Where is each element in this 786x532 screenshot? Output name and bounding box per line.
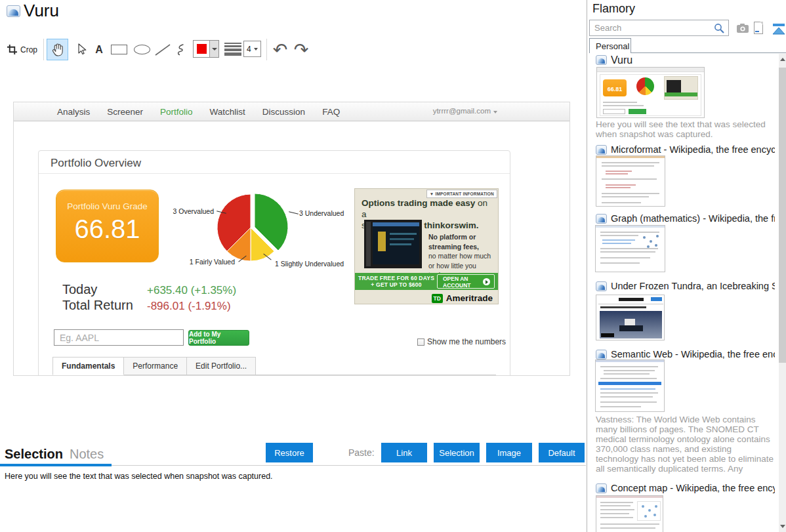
redo-button[interactable]: ↷ <box>291 39 311 60</box>
monitor-edge <box>366 222 371 266</box>
nav-item-analysis[interactable]: Analysis <box>57 107 90 117</box>
stroke-width-icon <box>224 45 241 47</box>
nav-item-screener[interactable]: Screener <box>107 107 143 117</box>
snapshot-icon <box>596 350 607 359</box>
snapshot-icon-dome <box>598 58 605 64</box>
camera-icon[interactable] <box>736 23 749 33</box>
tab-selection[interactable]: Selection <box>5 447 63 462</box>
tab-notes[interactable]: Notes <box>70 447 104 462</box>
annotation-toolbar: Crop A <box>0 18 587 43</box>
paste-selection-button[interactable]: Selection <box>434 443 480 462</box>
thumb-decoration <box>602 196 649 197</box>
scrollbar-up-button[interactable] <box>779 54 786 65</box>
nav-item-watchlist[interactable]: Watchlist <box>210 107 245 117</box>
ellipse-tool-button[interactable] <box>131 39 153 60</box>
ad-headline-bold: Options trading made easy <box>362 198 475 208</box>
thumb-decoration <box>629 109 646 114</box>
line-tool-button[interactable] <box>153 39 173 60</box>
thumb-decoration <box>598 304 663 304</box>
entry-title[interactable]: Concept map - Wikipedia, the free encycl… <box>611 483 775 493</box>
freehand-tool-button[interactable] <box>172 39 189 60</box>
add-to-portfolio-button[interactable]: Add to My Portfolio <box>188 330 249 346</box>
stroke-width-button[interactable] <box>224 43 241 57</box>
tab-personal[interactable]: Personal <box>589 38 631 53</box>
entry-title[interactable]: Microformat - Wikipedia, the free encycl… <box>611 144 775 155</box>
snapshot-icon <box>596 214 607 224</box>
entry-thumbnail[interactable] <box>596 155 665 207</box>
entry-thumbnail[interactable] <box>595 359 665 412</box>
search-icon[interactable] <box>714 23 725 34</box>
tab-fundamentals[interactable]: Fundamentals <box>52 357 124 375</box>
entry-thumbnail[interactable]: 66.81 <box>596 67 705 118</box>
nav-item-faq[interactable]: FAQ <box>322 107 340 117</box>
thumb-decoration <box>604 373 650 375</box>
color-picker[interactable] <box>193 40 219 58</box>
thumb-decoration <box>651 297 662 301</box>
nav-item-discussion[interactable]: Discussion <box>262 107 305 117</box>
td-ameritrade-ad[interactable]: ▼ IMPORTANT INFORMATION Options trading … <box>354 188 499 304</box>
account-menu[interactable]: ytrrrr@gmail.com <box>433 107 497 115</box>
account-caret-icon <box>493 111 497 113</box>
chevron-down-icon <box>212 48 217 51</box>
panel-title: Portfolio Overview <box>39 151 510 170</box>
open-account-button[interactable]: OPEN AN ACCOUNT <box>437 274 495 289</box>
snapshot-canvas[interactable]: Analysis Screener Portfolio Watchlist Di… <box>13 102 570 376</box>
list-item[interactable]: Microformat - Wikipedia, the free encycl… <box>587 144 779 210</box>
toolbar-separator <box>266 39 267 60</box>
rectangle-tool-button[interactable] <box>108 39 130 60</box>
thumb-graph-node <box>655 244 657 247</box>
paste-image-button[interactable]: Image <box>486 443 532 462</box>
scrollbar-thumb[interactable] <box>779 68 786 363</box>
entry-title[interactable]: Graph (mathematics) - Wikipedia, the fre… <box>611 213 775 224</box>
list-item[interactable]: Vuru 66.81 Here you will see the text t <box>587 54 779 144</box>
entry-thumbnail[interactable] <box>596 495 663 532</box>
thumb-decoration <box>596 226 665 228</box>
cta-arrow-icon <box>483 278 490 285</box>
list-item[interactable]: Graph (mathematics) - Wikipedia, the fre… <box>587 213 779 277</box>
thumb-decoration <box>602 193 659 194</box>
list-item[interactable]: Semantic Web - Wikipedia, the free encyc… <box>587 349 779 483</box>
entry-note[interactable]: Vastness: The World Wide Web contains ma… <box>596 415 777 474</box>
thumb-graph-node <box>644 515 647 518</box>
toolbar-separator <box>43 39 44 60</box>
entry-title[interactable]: Vuru <box>611 54 775 66</box>
entry-title[interactable]: Under Frozen Tundra, an Icebreaking Ship… <box>611 281 775 291</box>
paste-default-button[interactable]: Default <box>539 443 585 462</box>
entry-thumbnail[interactable] <box>595 225 665 272</box>
list-item[interactable]: Concept map - Wikipedia, the free encycl… <box>587 483 779 532</box>
paste-link-button[interactable]: Link <box>381 443 427 462</box>
scrollbar-down-button[interactable] <box>779 521 786 532</box>
color-dropdown[interactable] <box>209 41 218 57</box>
thumb-graph-node <box>642 505 644 508</box>
portfolio-tabs: Fundamentals Performance Edit Portfolio.… <box>52 357 256 375</box>
show-numbers-checkbox[interactable] <box>417 338 424 346</box>
crop-icon <box>7 45 17 54</box>
entry-title[interactable]: Semantic Web - Wikipedia, the free encyc… <box>611 349 775 359</box>
text-tool-button[interactable]: A <box>91 39 107 60</box>
stroke-size-select[interactable]: 4 <box>243 41 261 57</box>
select-tool-button[interactable] <box>70 39 92 60</box>
undo-button[interactable]: ↶ <box>270 39 290 60</box>
list-item[interactable]: Under Frozen Tundra, an Icebreaking Ship… <box>587 281 779 344</box>
tab-edit-portfolio[interactable]: Edit Portfolio... <box>187 357 256 375</box>
nav-item-portfolio[interactable]: Portfolio <box>160 107 193 117</box>
thumb-decoration <box>667 80 681 94</box>
tab-performance[interactable]: Performance <box>124 357 187 375</box>
pan-tool-button[interactable] <box>47 39 68 60</box>
tab-baseline <box>631 52 786 53</box>
ad-promo-text: TRADE FREE FOR 60 DAYS + GET UP TO $600 <box>358 275 435 288</box>
ticker-input[interactable] <box>54 329 184 346</box>
scroll-top-icon[interactable] <box>772 22 785 35</box>
thumb-graph-node <box>647 245 650 248</box>
monitor-screen <box>373 222 419 264</box>
crop-button[interactable]: Crop <box>3 39 41 60</box>
sidebar-scrollbar[interactable] <box>779 54 786 532</box>
entry-thumbnail[interactable] <box>596 295 665 340</box>
thumb-decoration <box>606 173 628 174</box>
search-input[interactable] <box>589 20 729 36</box>
entry-note[interactable]: Here you will see the text that was sele… <box>596 119 777 140</box>
show-numbers-label[interactable]: Show me the numbers <box>427 337 506 346</box>
new-note-icon[interactable] <box>754 22 763 34</box>
restore-button[interactable]: Restore <box>266 443 313 462</box>
redo-icon: ↷ <box>294 40 309 60</box>
